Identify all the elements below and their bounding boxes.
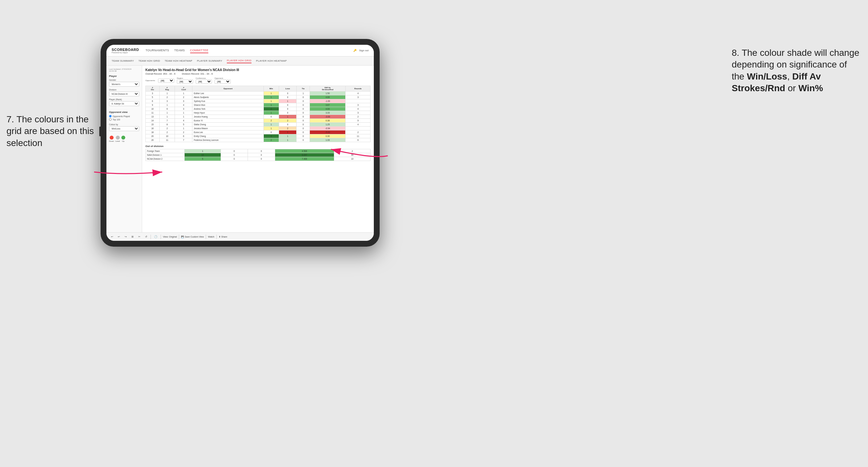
subnav-player-h2h-grid[interactable]: PLAYER H2H GRID <box>227 58 251 63</box>
region-filter-group: Region (All) <box>177 77 193 84</box>
player-rank-select[interactable]: 8. Katelyn Vo <box>109 101 139 106</box>
tablet-screen: SCOREBOARD Powered by clippd TOURNAMENTS… <box>106 45 374 241</box>
colour-by-label: Colour by <box>109 123 139 126</box>
toolbar-divider-2 <box>161 235 161 239</box>
undo-button[interactable]: ↩ <box>110 235 115 239</box>
table-row: 16 2 1 Jessica Mason 1 2 0 -0.94 <box>146 127 371 130</box>
col-rounds: Rounds <box>346 86 371 92</box>
subnav-team-h2h-heatmap[interactable]: TEAM H2H HEATMAP <box>164 59 192 63</box>
subnav-player-h2h-heatmap[interactable]: PLAYER H2H HEATMAP <box>256 59 287 63</box>
subnav-team-summary[interactable]: TEAM SUMMARY <box>112 59 134 63</box>
main-content: Last Updated: 27/03/2024 16:55:38 Player… <box>106 66 374 232</box>
left-annotation: 7. The colours in the grid are based on … <box>6 114 94 149</box>
sign-out-link[interactable]: Sign out <box>359 49 369 52</box>
opponents-filter-label: Opponents: <box>145 80 155 82</box>
redo-button[interactable]: ↪ <box>123 235 128 239</box>
col-conf: #Conf <box>175 86 192 92</box>
col-loss: Loss <box>279 86 297 92</box>
nav-tournaments[interactable]: TOURNAMENTS <box>145 48 169 53</box>
watch-button[interactable]: Watch <box>208 236 215 238</box>
logo-subtitle: Powered by clippd <box>112 52 139 54</box>
toolbar-divider-1 <box>151 235 151 239</box>
content-area: Katelyn Vo Head-to-Head Grid for Women's… <box>142 66 374 232</box>
gender-label: Gender <box>109 79 139 81</box>
colour-by-select[interactable]: Win/Loss <box>109 126 139 131</box>
save-icon: 💾 <box>181 236 184 238</box>
undo2-button[interactable]: ↩ <box>117 235 121 239</box>
crop-button[interactable]: ⊞ <box>130 235 135 239</box>
legend-level: Level <box>115 136 120 142</box>
table-row: NAIA Division 1 15 0 0 9.267 30 <box>146 153 371 157</box>
tablet-frame: SCOREBOARD Powered by clippd TOURNAMENTS… <box>101 39 380 247</box>
sub-nav: TEAM SUMMARY TEAM H2H GRID TEAM H2H HEAT… <box>106 57 374 66</box>
table-row: NCAA Division 2 5 0 0 7.400 10 <box>146 157 371 161</box>
h2h-grid-table: #Div #Reg #Conf Opponent Win Loss Tie Di… <box>145 86 371 142</box>
toolbar-divider-5 <box>216 235 217 239</box>
legend-down-dot <box>110 136 114 139</box>
opponent-view-title: Opponent view <box>109 111 139 114</box>
nav-teams[interactable]: TEAMS <box>174 48 185 53</box>
header-right: 🔑 Sign out <box>353 49 369 52</box>
table-row: 20 11 7 Federica Domecq Lacroze 2 1 0 1.… <box>146 138 371 142</box>
subnav-player-summary[interactable]: PLAYER SUMMARY <box>197 59 222 63</box>
view-original-button[interactable]: View: Original <box>163 236 177 238</box>
table-row: 15 8 5 Stella Cheng 1 0 0 1.25 4 <box>146 123 371 127</box>
opponent-filter-select[interactable]: (All) <box>215 80 231 84</box>
conference-filter-group: Conference (All) <box>196 77 212 84</box>
last-updated: Last Updated: 27/03/2024 16:55:38 <box>109 68 139 72</box>
scissor-button[interactable]: ✂ <box>137 235 142 239</box>
logo-title: SCOREBOARD <box>112 48 139 52</box>
save-custom-button[interactable]: 💾 Save Custom View <box>181 236 204 238</box>
sidebar: Last Updated: 27/03/2024 16:55:38 Player… <box>106 66 142 232</box>
player-rank-label: Player (Rank) <box>109 98 139 101</box>
grid-records: Overall Record: 353 - 34 - 6 Division Re… <box>145 72 371 75</box>
legend-up-dot <box>121 136 125 139</box>
col-opponent: Opponent <box>192 86 264 92</box>
division-record: Division Record: 331 - 34 - 6 <box>182 72 213 75</box>
table-row: 18 2 2 Euna Lee 0 1 0 -5.00 2 <box>146 130 371 134</box>
table-row: Foreign Team 1 0 0 4.500 2 <box>146 149 371 153</box>
table-row: 6 3 3 Sydney Kuo 1 1 0 -1.00 <box>146 99 371 103</box>
table-row: 3 1 1 Esther Lee 1 0 1 1.50 4 <box>146 92 371 95</box>
legend-up: Up <box>121 136 125 142</box>
subnav-team-h2h-grid[interactable]: TEAM H2H GRID <box>138 59 160 63</box>
opponents-played-radio[interactable] <box>109 115 112 118</box>
col-tie: Tie <box>297 86 310 92</box>
col-reg: #Reg <box>159 86 175 92</box>
opponents-filter-select[interactable]: (All) <box>158 79 174 83</box>
top100-radio[interactable] <box>109 118 112 121</box>
table-row: 9 1 4 Sharon Mun 1 0 0 3.67 3 <box>146 103 371 107</box>
opponent-filter-group: Opponent (All) <box>215 77 231 84</box>
sign-in-icon: 🔑 <box>353 49 356 52</box>
out-of-division-header: Out of division <box>145 145 371 148</box>
top100-option[interactable]: Top 100 <box>109 118 139 121</box>
right-annotation: 8. The colour shade will change dependin… <box>732 47 862 94</box>
share-button[interactable]: ⬆ Share <box>219 236 227 238</box>
table-row: 13 1 1 Jessica Huang 0 1 0 -3.00 2 <box>146 115 371 119</box>
gender-select[interactable]: Women's <box>109 82 139 87</box>
table-row: 11 1 1 Heejo Hyun 1 0 0 3.33 3 <box>146 111 371 115</box>
division-label: Division <box>109 89 139 91</box>
legend: Down Level Up <box>109 136 139 142</box>
nav-committee[interactable]: COMMITTEE <box>190 48 209 53</box>
division-select[interactable]: NCAA Division III <box>109 92 139 96</box>
conference-filter-select[interactable]: (All) <box>196 80 212 84</box>
scoreboard-logo: SCOREBOARD Powered by clippd <box>112 48 139 54</box>
region-filter-select[interactable]: (All) <box>177 80 193 84</box>
table-row: 14 7 4 Eunice Yi 2 2 0 0.38 9 <box>146 119 371 123</box>
player-section-title: Player <box>109 75 139 77</box>
colour-by-section: Colour by Win/Loss <box>109 123 139 133</box>
share-icon: ⬆ <box>219 236 221 238</box>
opponents-played-option[interactable]: Opponents Played <box>109 115 139 118</box>
grid-title: Katelyn Vo Head-to-Head Grid for Women's… <box>145 68 371 72</box>
legend-level-dot <box>116 136 120 139</box>
table-row: 5 2 2 Alexis Sudjianto 1 0 0 4.00 3 <box>146 95 371 99</box>
filter-row: Opponents: (All) Region (All) Conference… <box>145 77 371 84</box>
legend-down: Down <box>109 136 114 142</box>
overall-record: Overall Record: 353 - 34 - 6 <box>145 72 176 75</box>
main-nav: TOURNAMENTS TEAMS COMMITTEE <box>145 48 353 53</box>
col-win: Win <box>264 86 279 92</box>
refresh-button[interactable]: ↺ <box>144 235 149 239</box>
table-row: 20 10 6 Emily Chang 4 1 0 0.30 11 <box>146 134 371 138</box>
clock-button[interactable]: 🕐 <box>153 235 159 239</box>
